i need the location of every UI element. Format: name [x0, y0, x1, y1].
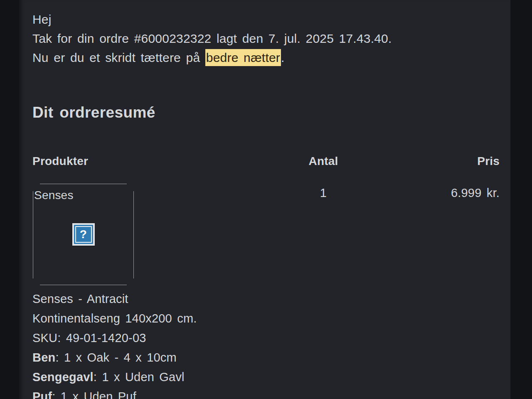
step-suffix-text: .: [281, 51, 285, 64]
product-sku: SKU: 49-01-1420-03: [32, 328, 500, 348]
option-value: 1 x Oak - 4 x 10cm: [64, 351, 177, 364]
highlighted-phrase: bedre nætter: [205, 49, 281, 66]
product-option-legs: Ben: 1 x Oak - 4 x 10cm: [32, 348, 500, 367]
order-confirmation-email: Hej Tak for din ordre #6000232322 lagt d…: [19, 0, 510, 399]
image-alt-text: Senses: [34, 189, 74, 202]
question-mark-icon: ?: [75, 226, 92, 243]
right-edge-strip: [510, 0, 532, 399]
product-option-headboard: Sengegavl: 1 x Uden Gavl: [32, 367, 500, 387]
broken-product-image: Senses ?: [33, 184, 134, 285]
column-header-quantity: Antal: [265, 153, 382, 170]
order-item-row: Senses ? 1 6.999 kr.: [32, 184, 500, 285]
greeting-hello: Hej: [32, 10, 500, 29]
column-header-price: Pris: [382, 153, 500, 170]
step-prefix-text: Nu er du et skridt tættere på: [32, 51, 205, 64]
product-variant: Kontinentalseng 140x200 cm.: [32, 309, 500, 328]
image-border-top: [40, 184, 127, 184]
image-border-right: [133, 191, 134, 278]
option-separator: :: [94, 370, 102, 384]
product-name: Senses - Antracit: [32, 289, 500, 309]
option-label: Sengegavl: [32, 370, 94, 384]
image-border-bottom: [40, 285, 127, 285]
order-table: Produkter Antal Pris Senses ?: [32, 153, 500, 285]
page-background: Hej Tak for din ordre #6000232322 lagt d…: [0, 0, 532, 399]
left-edge-strip: [0, 0, 19, 399]
item-quantity: 1: [265, 184, 382, 201]
image-border-left: [33, 191, 33, 278]
order-summary-title: Dit ordreresumé: [32, 104, 500, 121]
option-separator: :: [52, 390, 61, 399]
option-label: Puf: [32, 390, 52, 399]
product-image-cell: Senses ?: [32, 184, 265, 285]
item-price: 6.999 kr.: [382, 184, 500, 201]
option-value: 1 x Uden Gavl: [102, 370, 184, 384]
option-separator: :: [55, 351, 64, 364]
greeting-block: Hej Tak for din ordre #6000232322 lagt d…: [32, 10, 500, 67]
option-value: 1 x Uden Puf: [61, 390, 136, 399]
product-details: Senses - Antracit Kontinentalseng 140x20…: [32, 289, 500, 399]
table-header-row: Produkter Antal Pris: [32, 153, 500, 170]
greeting-step: Nu er du et skridt tættere på bedre nætt…: [32, 48, 500, 67]
product-option-pouf: Puf: 1 x Uden Puf: [32, 387, 500, 399]
broken-image-icon-frame: ?: [74, 225, 93, 244]
option-label: Ben: [32, 351, 55, 364]
column-header-products: Produkter: [32, 153, 265, 170]
broken-image-icon: ?: [72, 223, 95, 246]
greeting-thanks: Tak for din ordre #6000232322 lagt den 7…: [32, 29, 500, 48]
